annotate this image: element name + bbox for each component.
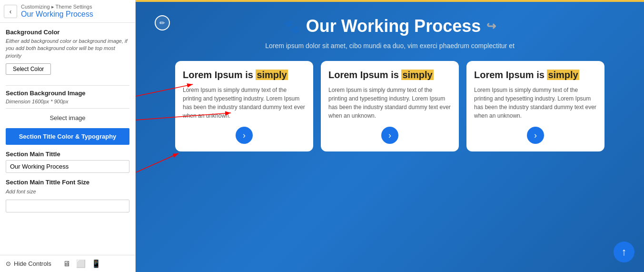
card-2-button[interactable]: › [381, 127, 398, 144]
card-2-title: Lorem Ipsum is simply [328, 69, 451, 81]
card-3-title: Lorem Ipsum is simply [474, 69, 597, 81]
sidebar-content: Background Color Either add background c… [0, 23, 135, 255]
card-2-body: Lorem Ipsum is simply dummy text of the … [328, 86, 451, 120]
page-title: Our Working Process [21, 10, 93, 19]
select-image-button[interactable]: Select image [6, 112, 129, 123]
preview-subtitle: Lorem ipsum dolor sit amet, cibo mundi e… [145, 42, 634, 50]
card-1-button[interactable]: › [236, 127, 253, 144]
card-1-title: Lorem Ipsum is simply [183, 69, 306, 81]
hide-controls-label: Hide Controls [14, 260, 51, 267]
back-button[interactable]: ‹ [4, 5, 17, 18]
section-background-image-section: Section Background Image Dimension 1600p… [6, 90, 129, 123]
background-color-section: Background Color Either add background c… [6, 29, 129, 81]
card-3-title-highlight: simply [547, 70, 579, 80]
card-3-body: Lorem Ipsum is simply dummy text of the … [474, 86, 597, 120]
desktop-icon-button[interactable]: 🖥 [63, 259, 70, 268]
card-3-title-part1: Lorem Ipsum is [474, 70, 547, 80]
section-main-title-font-size-label: Section Main Tittle Font Size [6, 179, 129, 186]
section-main-title-label: Section Main Tittle [6, 151, 129, 158]
sidebar: ‹ Customizing ▸ Theme Settings Our Worki… [0, 0, 136, 272]
edit-pencil-icon[interactable]: ✏ [155, 15, 170, 30]
section-main-title-font-size-input[interactable] [6, 200, 129, 212]
card-1-title-part1: Lorem Ipsum is [183, 70, 256, 80]
hide-controls-icon: ⊙ [6, 260, 11, 267]
card-1: Lorem Ipsum is simply Lorem Ipsum is sim… [175, 61, 313, 151]
breadcrumb: Customizing ▸ Theme Settings [21, 4, 93, 10]
hide-controls-button[interactable]: ⊙ Hide Controls [6, 260, 51, 267]
tablet-icon-button[interactable]: ⬜ [76, 259, 86, 268]
background-color-label: Background Color [6, 29, 129, 36]
section-main-title-font-size-section: Section Main Tittle Font Size Add font s… [6, 179, 129, 218]
card-3-button[interactable]: › [527, 127, 544, 144]
preview-section-title: 🐾 Our Working Process ↪ [145, 16, 634, 36]
dimension-text: Dimension 1600px * 900px [6, 99, 129, 104]
sidebar-footer: ⊙ Hide Controls 🖥 ⬜ 📱 [0, 255, 135, 272]
section-title-color-button[interactable]: Section Title Color & Typography [6, 128, 129, 145]
mobile-icon: 📱 [91, 260, 101, 268]
select-color-button[interactable]: Select Color [6, 63, 51, 75]
background-color-desc: Either add background color or backgroun… [6, 38, 129, 60]
title-icon-left: 🐾 [284, 19, 300, 34]
title-icon-right: ↪ [486, 20, 496, 33]
preview-area: ✏ 🐾 Our Working Process ↪ Lorem ipsum do… [136, 0, 644, 272]
mobile-icon-button[interactable]: 📱 [91, 259, 101, 268]
card-1-title-highlight: simply [256, 70, 287, 80]
card-3: Lorem Ipsum is simply Lorem Ipsum is sim… [466, 61, 604, 151]
font-size-placeholder-label: Add font size [6, 188, 129, 195]
tablet-icon: ⬜ [76, 260, 86, 268]
section-main-title-input[interactable] [6, 160, 129, 173]
divider-2 [6, 108, 129, 109]
divider-1 [6, 85, 129, 86]
preview-inner: 🐾 Our Working Process ↪ Lorem ipsum dolo… [136, 2, 644, 161]
card-1-body: Lorem Ipsum is simply dummy text of the … [183, 86, 306, 120]
cards-row: Lorem Ipsum is simply Lorem Ipsum is sim… [145, 61, 634, 151]
section-main-title-section: Section Main Tittle [6, 151, 129, 179]
footer-icons: 🖥 ⬜ 📱 [63, 259, 101, 268]
header-text: Customizing ▸ Theme Settings Our Working… [21, 4, 93, 19]
preview-title-text: Our Working Process [306, 16, 481, 36]
desktop-icon: 🖥 [63, 260, 70, 268]
preview-content: ✏ 🐾 Our Working Process ↪ Lorem ipsum do… [136, 2, 644, 272]
sidebar-header: ‹ Customizing ▸ Theme Settings Our Worki… [0, 0, 135, 23]
section-background-image-label: Section Background Image [6, 90, 129, 97]
card-2-title-highlight: simply [401, 70, 433, 80]
scroll-up-button[interactable]: ↑ [614, 242, 634, 262]
card-2-title-part1: Lorem Ipsum is [328, 70, 401, 80]
card-2: Lorem Ipsum is simply Lorem Ipsum is sim… [321, 61, 459, 151]
